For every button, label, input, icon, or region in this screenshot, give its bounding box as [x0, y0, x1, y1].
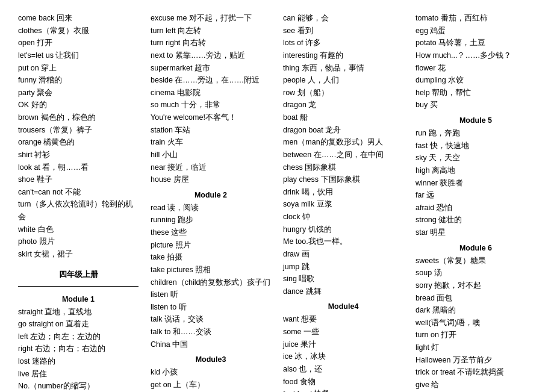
vocab-item: OK 好的 [18, 99, 138, 111]
vocab-item: food 食物 [283, 376, 403, 388]
vocab-item: excuse me 对不起，打扰一下 [151, 12, 271, 25]
vocab-item: listen to 听 [151, 301, 271, 314]
col2-module2-title: Module 2 [151, 191, 271, 199]
vocab-item: between 在……之间，在中间 [283, 149, 403, 161]
vocab-item: ice 冰，冰块 [283, 350, 403, 363]
vocab-item: interesting 有趣的 [283, 49, 403, 62]
vocab-item: house 房屋 [151, 173, 271, 186]
vocab-item: dragon boat 龙舟 [283, 124, 403, 137]
col1-module1-title: Module 1 [18, 295, 138, 303]
col4-top-vocab: tomato 番茄，西红柿egg 鸡蛋potato 马铃薯，土豆How much… [416, 12, 536, 111]
vocab-item: right 右边；向右；右边的 [18, 343, 138, 355]
vocab-item: some 一些 [283, 326, 403, 338]
vocab-item: next to 紧靠……旁边，贴近 [151, 49, 271, 62]
vocab-item: lost 迷路的 [18, 355, 138, 368]
vocab-item: also 也，还 [283, 363, 403, 376]
vocab-item: sky 天，天空 [416, 152, 536, 164]
vocab-item: sweets（常复）糖果 [416, 255, 536, 267]
vocab-item: take pictures 照相 [151, 264, 271, 276]
vocab-item: turn on 打开 [416, 329, 536, 341]
vocab-item: talk 说话，交谈 [151, 313, 271, 326]
vocab-item: thing 东西，物品，事情 [283, 62, 403, 75]
vocab-item: turn right 向右转 [151, 37, 271, 49]
vocab-item: turn（多人依次轮流时）轮到的机会 [18, 198, 138, 223]
vocab-item: afraid 恐怕 [416, 202, 536, 214]
vocab-item: beside 在……旁边，在……附近 [151, 74, 271, 87]
vocab-item: Me too.我也一样。 [283, 235, 403, 248]
vocab-item: these 这些 [151, 226, 271, 239]
column-1: come back 回来clothes（常复）衣服open 打开let's=le… [18, 12, 138, 392]
column-2: excuse me 对不起，打扰一下turn left 向左转turn righ… [151, 12, 271, 392]
vocab-item: kid 小孩 [151, 366, 271, 379]
col1-section-title: 四年级上册 [18, 269, 138, 280]
vocab-item: hill 小山 [151, 149, 271, 161]
vocab-item: No.（number的缩写） [18, 380, 138, 392]
vocab-item: near 接近，临近 [151, 161, 271, 174]
vocab-item: boat 船 [283, 111, 403, 124]
vocab-item: supermarket 超市 [151, 62, 271, 75]
vocab-item: well(语气词)唔，噢 [416, 317, 536, 329]
vocab-item: get on 上（车） [151, 379, 271, 391]
vocab-item: let's=let us 让我们 [18, 49, 138, 62]
vocab-item: come back 回来 [18, 12, 138, 25]
col4-module6-title: Module 6 [416, 244, 536, 252]
vocab-item: sing 唱歌 [283, 273, 403, 285]
vocab-item: How much...？……多少钱？ [416, 49, 536, 62]
vocab-item: read 读，阅读 [151, 202, 271, 214]
vocab-item: jump 跳 [283, 261, 403, 273]
vocab-item: strong 健壮的 [416, 214, 536, 226]
vocab-item: men（man的复数形式）男人 [283, 136, 403, 149]
main-page: come back 回来clothes（常复）衣服open 打开let's=le… [18, 12, 536, 392]
vocab-item: give 给 [416, 379, 536, 391]
vocab-item: clock 钟 [283, 211, 403, 223]
vocab-item: can't=can not 不能 [18, 186, 138, 199]
vocab-item: picture 照片 [151, 239, 271, 252]
col4-module5-title: Module 5 [416, 116, 536, 125]
vocab-item: shoe 鞋子 [18, 173, 138, 186]
vocab-item: star 明星 [416, 226, 536, 239]
vocab-item: put on 穿上 [18, 62, 138, 75]
vocab-item: take 拍摄 [151, 251, 271, 264]
vocab-item: play chess 下国际象棋 [283, 173, 403, 186]
vocab-item: left 左边；向左；左边的 [18, 331, 138, 343]
vocab-item: trousers（常复）裤子 [18, 124, 138, 137]
vocab-item: go straight on 直着走 [18, 318, 138, 331]
vocab-item: turn left 向左转 [151, 25, 271, 37]
vocab-item: listen 听 [151, 288, 271, 301]
col3-module4-vocab: want 想要some 一些juice 果汁ice 冰，冰块also 也，还fo… [283, 313, 403, 392]
vocab-item: sorry 抱歉，对不起 [416, 279, 536, 292]
col4-module6-vocab: sweets（常复）糖果soup 汤sorry 抱歉，对不起bread 面包da… [416, 255, 536, 391]
vocab-item: fast food 快餐 [283, 388, 403, 392]
vocab-item: so much 十分，非常 [151, 99, 271, 111]
col2-module3-title: Module3 [151, 355, 271, 364]
vocab-item: cinema 电影院 [151, 87, 271, 99]
vocab-item: drink 喝，饮用 [283, 186, 403, 199]
vocab-item: funny 滑稽的 [18, 74, 138, 87]
column-3: can 能够，会see 看到lots of 许多interesting 有趣的t… [283, 12, 403, 392]
vocab-item: tomato 番茄，西红柿 [416, 12, 536, 25]
vocab-item: help 帮助，帮忙 [416, 87, 536, 99]
vocab-item: hungry 饥饿的 [283, 223, 403, 236]
vocab-item: chess 国际象棋 [283, 161, 403, 174]
vocab-item: dumpling 水饺 [416, 74, 536, 87]
col1-top-vocab: come back 回来clothes（常复）衣服open 打开let's=le… [18, 12, 138, 261]
vocab-item: high 离高地 [416, 164, 536, 177]
vocab-item: dragon 龙 [283, 99, 403, 111]
vocab-item: orange 橘黄色的 [18, 136, 138, 149]
vocab-item: photo 照片 [18, 235, 138, 248]
vocab-item: juice 果汁 [283, 338, 403, 351]
vocab-item: open 打开 [18, 37, 138, 49]
vocab-item: people 人，人们 [283, 74, 403, 87]
vocab-item: draw 画 [283, 248, 403, 261]
vocab-item: potato 马铃薯，土豆 [416, 37, 536, 49]
col1-module1-vocab: straight 直地，直线地go straight on 直着走left 左边… [18, 306, 138, 393]
vocab-item: soup 汤 [416, 267, 536, 279]
vocab-item: bread 面包 [416, 292, 536, 305]
vocab-item: egg 鸡蛋 [416, 25, 536, 37]
vocab-item: clothes（常复）衣服 [18, 25, 138, 37]
vocab-item: brown 褐色的，棕色的 [18, 111, 138, 124]
vocab-item: buy 买 [416, 99, 536, 111]
vocab-item: far 远 [416, 189, 536, 202]
col2-module3-vocab: kid 小孩get on 上（车） [151, 366, 271, 391]
vocab-item: run 跑，奔跑 [416, 127, 536, 140]
